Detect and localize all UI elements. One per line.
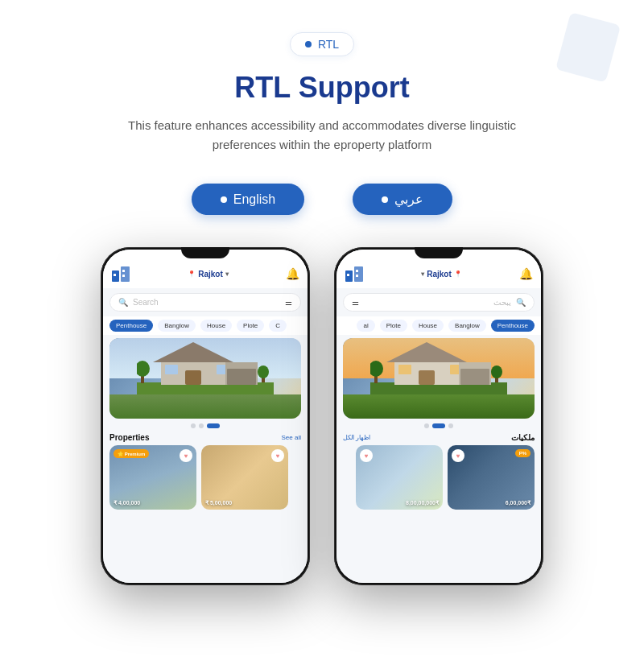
phone-notch-rtl [415, 247, 463, 258]
rtl-see-all[interactable]: اظهار الكل [343, 434, 370, 441]
page-title: RTL Support [234, 71, 409, 105]
ltr-properties-title: Properties [109, 433, 149, 442]
dot-3-ltr [207, 423, 220, 428]
pill-penthouse-rtl[interactable]: Penthouse [491, 320, 535, 332]
pill-more-ltr[interactable]: C [269, 320, 287, 332]
chevron-ltr: ▾ [225, 270, 229, 278]
dot-1-rtl [424, 423, 429, 428]
hero-house-svg-rtl [370, 338, 507, 399]
svg-rect-3 [114, 274, 116, 276]
svg-rect-21 [356, 270, 358, 272]
rtl-dots-indicator [336, 423, 541, 428]
filter-icon-rtl: ⚌ [352, 298, 359, 307]
english-label: English [233, 192, 275, 207]
svg-point-32 [370, 361, 383, 377]
ltr-dots-indicator [103, 423, 308, 428]
pill-banglow-ltr[interactable]: Banglow [158, 320, 196, 332]
pill-banglow-rtl[interactable]: Banglow [448, 320, 486, 332]
svg-rect-30 [460, 369, 489, 385]
ltr-phone-inner: 📍 Rajkot ▾ 🔔 🔍 Search ⚌ [103, 250, 308, 583]
rtl-search-text: يبحث [364, 298, 511, 307]
svg-rect-22 [356, 275, 358, 277]
english-button[interactable]: English [192, 184, 304, 215]
svg-rect-9 [185, 370, 201, 385]
svg-rect-10 [165, 365, 178, 374]
ltr-category-pills: Penthouse Banglow House Plote C [103, 316, 308, 335]
rtl-card1-fav[interactable]: ♥ [452, 449, 464, 462]
svg-rect-20 [347, 274, 349, 276]
filter-icon-ltr: ⚌ [285, 298, 292, 307]
dot-2-ltr [199, 423, 204, 428]
pill-penthouse-ltr[interactable]: Penthouse [109, 320, 153, 332]
bell-icon-ltr: 🔔 [286, 267, 299, 280]
svg-marker-8 [153, 342, 233, 362]
rtl-card1-price: 6,00,000₹ [506, 500, 530, 506]
rtl-phone-mockup: 🔔 📍 Rajkot ▾ [334, 247, 543, 585]
ltr-card2-price: ₹ 5,00,000 [205, 500, 232, 506]
ltr-prop-card-1[interactable]: ⭐ Premium ♥ ₹ 4,00,000 [109, 445, 196, 510]
rtl-properties-title: ملكيات [511, 433, 535, 442]
svg-point-15 [137, 361, 150, 377]
svg-rect-4 [122, 270, 125, 272]
rtl-search-bar[interactable]: 🔍 يبحث ⚌ [343, 293, 535, 312]
rtl-prop-cards-row: P% ♥ 6,00,000₹ ♥ 8,00,00,000₹ [336, 445, 541, 516]
arabic-button[interactable]: عربي [353, 184, 452, 215]
ltr-card1-price: ₹ 4,00,000 [114, 500, 140, 506]
ltr-search-bar[interactable]: 🔍 Search ⚌ [109, 293, 301, 312]
rtl-location: 📍 Rajkot ▾ [421, 270, 462, 279]
dot-1-ltr [191, 423, 196, 428]
rtl-prop-card-2[interactable]: ♥ 8,00,00,000₹ [356, 445, 443, 510]
ltr-card1-fav[interactable]: ♥ [180, 449, 192, 462]
search-icon-ltr: 🔍 [118, 298, 128, 307]
phone-notch-ltr [181, 247, 229, 258]
rtl-properties-header: ملكيات اظهار الكل [336, 433, 541, 445]
pill-plote-rtl[interactable]: Plote [380, 320, 407, 332]
ltr-card2-fav[interactable]: ♥ [271, 449, 284, 462]
decorative-shape [547, 8, 636, 89]
svg-point-17 [258, 365, 269, 378]
app-logo-ltr [111, 264, 130, 283]
page-wrapper: RTL RTL Support This feature enhances ac… [0, 0, 644, 669]
rtl-phone-screen: 🔔 📍 Rajkot ▾ [336, 250, 541, 583]
dot-2-rtl [432, 423, 445, 428]
arabic-label: عربي [394, 192, 423, 207]
pin-icon-ltr: 📍 [188, 270, 196, 278]
rtl-card2-fav[interactable]: ♥ [360, 449, 373, 462]
pill-house-ltr[interactable]: House [200, 320, 232, 332]
rtl-category-pills: Penthouse Banglow House Plote al [336, 316, 541, 335]
hero-ground-rtl [343, 394, 535, 419]
pill-plote-ltr[interactable]: Plote [237, 320, 264, 332]
search-icon-rtl: 🔍 [516, 298, 526, 307]
ltr-hero-image [109, 338, 301, 419]
ltr-location: 📍 Rajkot ▾ [188, 270, 229, 279]
rtl-prop-card-1[interactable]: P% ♥ 6,00,000₹ [448, 445, 535, 510]
badge-label: RTL [318, 38, 339, 51]
dot-3-rtl [448, 423, 453, 428]
svg-rect-5 [122, 275, 125, 277]
svg-rect-13 [227, 369, 256, 385]
ltr-phone-screen: 📍 Rajkot ▾ 🔔 🔍 Search ⚌ [103, 250, 308, 583]
phones-row: 📍 Rajkot ▾ 🔔 🔍 Search ⚌ [101, 247, 543, 585]
svg-rect-26 [419, 370, 435, 385]
language-buttons-row: English عربي [192, 184, 452, 215]
svg-rect-27 [398, 365, 411, 374]
ltr-see-all[interactable]: See all [282, 434, 301, 441]
rtl-badge: RTL [290, 32, 354, 56]
svg-rect-0 [555, 12, 621, 82]
rtl-card2-price: 8,00,00,000₹ [406, 500, 439, 506]
svg-point-34 [491, 365, 502, 378]
ltr-prop-card-2[interactable]: ♥ ₹ 5,00,000 [201, 445, 288, 510]
ltr-search-text: Search [133, 298, 280, 307]
pill-al-rtl[interactable]: al [357, 320, 374, 332]
badge-dot [305, 41, 312, 47]
rtl-location-text: Rajkot [427, 270, 452, 279]
pill-house-rtl[interactable]: House [412, 320, 444, 332]
ltr-prop-cards-row: ⭐ Premium ♥ ₹ 4,00,000 ♥ ₹ 5,00,000 [103, 445, 308, 516]
svg-rect-19 [354, 266, 363, 282]
chevron-rtl: ▾ [421, 270, 424, 278]
page-subtitle: This feature enhances accessibility and … [97, 116, 547, 155]
svg-rect-2 [121, 266, 130, 282]
rtl-hero-image [343, 338, 535, 419]
hero-ground-ltr [109, 394, 301, 419]
english-btn-dot [221, 196, 227, 203]
